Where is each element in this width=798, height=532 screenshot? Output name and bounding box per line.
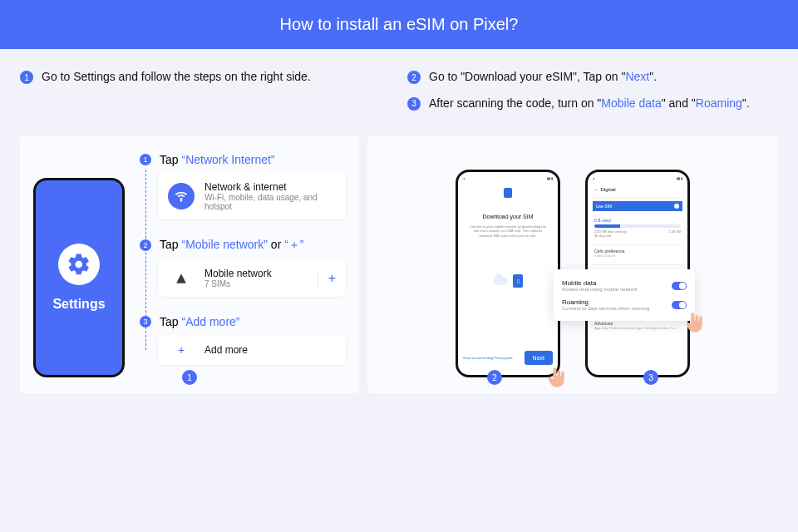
- roaming-toggle[interactable]: [672, 301, 687, 309]
- usage-row: 0 B used 2.00 GB data warning2.00 GB 30 …: [593, 214, 682, 241]
- step-badge-3: 3: [407, 97, 421, 111]
- panel-screens: ◂▮▮ ▮ Download your SIM Connect to your …: [367, 136, 778, 393]
- panel-badge-1: 1: [182, 370, 197, 385]
- panels: Settings 1 Tap “Network Internet”: [20, 136, 778, 393]
- card-text: Add more: [204, 344, 336, 356]
- download-sim-title: Download your SIM: [463, 214, 553, 219]
- phone-mock-download-sim: ◂▮▮ ▮ Download your SIM Connect to your …: [456, 170, 560, 377]
- panel-steps: Settings 1 Tap “Network Internet”: [20, 136, 359, 393]
- mobile-data-row[interactable]: Mobile data Access data using mobile net…: [562, 276, 687, 295]
- usage-bar: [594, 224, 681, 228]
- content: 1 Go to Settings and follow the steps on…: [0, 49, 798, 413]
- settings-label: Settings: [52, 297, 105, 312]
- intro-step-2-text: Go to "Download your eSIM", Tap on "Next…: [429, 69, 657, 86]
- plus-icon[interactable]: +: [318, 271, 336, 286]
- cloud-icon: [493, 277, 508, 285]
- sim-icon: ▯: [513, 274, 523, 288]
- intro-step-2: 2 Go to "Download your eSIM", Tap on "Ne…: [407, 69, 778, 86]
- page-header: How to install an eSIM on Pixel?: [0, 0, 798, 49]
- intro-row: 1 Go to Settings and follow the steps on…: [20, 69, 778, 121]
- download-sim-sub: Connect to your mobile network by downlo…: [463, 224, 553, 238]
- intro-step-1-text: Go to Settings and follow the steps on t…: [42, 69, 311, 86]
- substep-badge: 3: [140, 316, 151, 328]
- substep-1: 1 Tap “Network Internet” Network & inter…: [140, 153, 346, 219]
- substep-2: 2 Tap “Mobile network” or “＋” Mobile net…: [140, 238, 346, 297]
- card-text: Mobile network 7 SIMs: [204, 268, 308, 288]
- highlight-mobile-data: Mobile data: [601, 96, 661, 110]
- substeps: 1 Tap “Network Internet” Network & inter…: [140, 153, 346, 383]
- mobile-data-toggle[interactable]: [672, 282, 687, 290]
- signal-icon: [168, 273, 195, 284]
- substep-2-head: 2 Tap “Mobile network” or “＋”: [140, 238, 346, 253]
- intro-step-1: 1 Go to Settings and follow the steps on…: [20, 69, 391, 86]
- intro-step-3-text: After scanning the code, turn on "Mobile…: [429, 96, 750, 112]
- intro-step-3: 3 After scanning the code, turn on "Mobi…: [407, 96, 778, 112]
- toggle-popup: Mobile data Access data using mobile net…: [554, 269, 695, 321]
- step-badge-1: 1: [20, 71, 33, 84]
- calls-pref-row[interactable]: Calls preference China Unicom: [593, 244, 682, 261]
- panel-badge-2: 2: [487, 370, 502, 385]
- privacy-link[interactable]: Scan secure landing Privacy path: [463, 356, 512, 360]
- highlight-roaming: Roaming: [696, 96, 742, 110]
- download-illustration: ▯: [479, 266, 537, 296]
- wifi-icon: [168, 183, 195, 209]
- toggle-on-icon: [674, 204, 679, 209]
- step-badge-2: 2: [407, 71, 421, 84]
- substep-3: 3 Tap “Add more” + Add more: [140, 315, 346, 365]
- card-network-internet[interactable]: Network & internet Wi-Fi, mobile, data u…: [158, 173, 346, 219]
- card-add-more[interactable]: + Add more: [158, 335, 346, 365]
- panel-right-badges: 2 3: [367, 370, 778, 385]
- intro-right: 2 Go to "Download your eSIM", Tap on "Ne…: [407, 69, 778, 121]
- download-button-row: Scan secure landing Privacy path Next: [463, 351, 553, 365]
- substep-1-text: Tap “Network Internet”: [160, 153, 275, 166]
- panel-badge-3: 3: [643, 370, 658, 385]
- substep-2-text: Tap “Mobile network” or “＋”: [160, 238, 304, 253]
- highlight-next: Next: [625, 70, 649, 83]
- sim-chip-icon: [463, 188, 553, 199]
- carrier-title: ← Digicel: [593, 185, 682, 198]
- plus-icon: +: [168, 343, 195, 357]
- substep-3-text: Tap “Add more”: [160, 315, 240, 328]
- substep-badge: 2: [140, 239, 151, 251]
- substep-1-head: 1 Tap “Network Internet”: [140, 153, 346, 166]
- card-text: Network & internet Wi-Fi, mobile, data u…: [204, 181, 336, 211]
- roaming-row[interactable]: Roaming Connect to data services when ro…: [562, 295, 687, 314]
- intro-left: 1 Go to Settings and follow the steps on…: [20, 69, 391, 121]
- gear-icon: [58, 244, 100, 285]
- substep-3-head: 3 Tap “Add more”: [140, 315, 346, 328]
- page-title: How to install an eSIM on Pixel?: [280, 15, 519, 33]
- status-bar: ◂▮▮ ▮: [463, 176, 553, 181]
- next-button[interactable]: Next: [525, 351, 553, 365]
- use-sim-row[interactable]: Use SIM: [593, 201, 682, 211]
- substep-badge: 1: [140, 154, 151, 165]
- phone-mock-settings: Settings: [33, 178, 125, 377]
- card-mobile-network[interactable]: Mobile network 7 SIMs +: [158, 259, 346, 297]
- phone-group-1: ◂▮▮ ▮ Download your SIM Connect to your …: [456, 153, 560, 377]
- status-bar: ◂▮▮ ▮: [593, 176, 682, 181]
- phone-group-2: ◂▮▮ ▮ ← Digicel Use SIM 0 B used 2.00 GB…: [585, 153, 690, 377]
- hand-pointer-icon: [683, 311, 707, 334]
